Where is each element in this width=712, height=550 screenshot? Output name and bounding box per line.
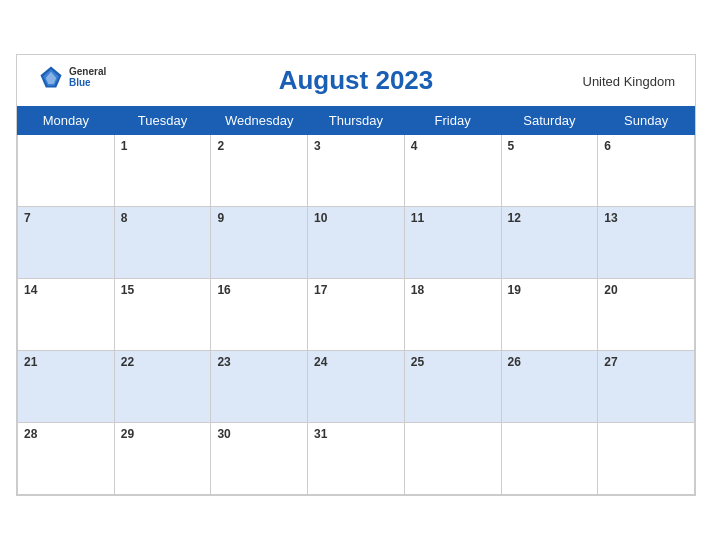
day-number-7: 7 (24, 211, 31, 225)
calendar-cell-r4-c6: 26 (501, 351, 598, 423)
calendar-cell-r4-c2: 22 (114, 351, 211, 423)
calendar-cell-r5-c5 (404, 423, 501, 495)
calendar-cell-r4-c4: 24 (308, 351, 405, 423)
day-number-6: 6 (604, 139, 611, 153)
logo-blue-text: Blue (69, 77, 106, 88)
day-number-23: 23 (217, 355, 230, 369)
day-number-16: 16 (217, 283, 230, 297)
calendar-cell-r5-c1: 28 (18, 423, 115, 495)
day-number-30: 30 (217, 427, 230, 441)
calendar-cell-r3-c4: 17 (308, 279, 405, 351)
calendar-cell-r1-c3: 2 (211, 135, 308, 207)
day-number-9: 9 (217, 211, 224, 225)
header-sunday: Sunday (598, 107, 695, 135)
calendar-cell-r1-c1 (18, 135, 115, 207)
calendar-cell-r4-c5: 25 (404, 351, 501, 423)
day-number-29: 29 (121, 427, 134, 441)
day-number-26: 26 (508, 355, 521, 369)
calendar-row-5: 28293031 (18, 423, 695, 495)
calendar-cell-r2-c7: 13 (598, 207, 695, 279)
calendar-cell-r5-c6 (501, 423, 598, 495)
calendar-container: General Blue August 2023 United Kingdom … (16, 54, 696, 496)
calendar-header: General Blue August 2023 United Kingdom (17, 55, 695, 106)
day-number-4: 4 (411, 139, 418, 153)
calendar-cell-r1-c4: 3 (308, 135, 405, 207)
calendar-cell-r3-c3: 16 (211, 279, 308, 351)
calendar-cell-r3-c5: 18 (404, 279, 501, 351)
calendar-row-3: 14151617181920 (18, 279, 695, 351)
logo-general-text: General (69, 66, 106, 77)
day-number-10: 10 (314, 211, 327, 225)
day-number-27: 27 (604, 355, 617, 369)
logo-text: General Blue (69, 66, 106, 88)
logo-icon (37, 63, 65, 91)
header-saturday: Saturday (501, 107, 598, 135)
calendar-title: August 2023 (279, 65, 434, 96)
day-number-25: 25 (411, 355, 424, 369)
header-tuesday: Tuesday (114, 107, 211, 135)
calendar-cell-r2-c1: 7 (18, 207, 115, 279)
calendar-row-2: 78910111213 (18, 207, 695, 279)
region-label: United Kingdom (583, 73, 676, 88)
calendar-cell-r1-c5: 4 (404, 135, 501, 207)
day-number-14: 14 (24, 283, 37, 297)
calendar-table: Monday Tuesday Wednesday Thursday Friday… (17, 106, 695, 495)
header-thursday: Thursday (308, 107, 405, 135)
calendar-cell-r4-c7: 27 (598, 351, 695, 423)
day-number-21: 21 (24, 355, 37, 369)
calendar-cell-r3-c1: 14 (18, 279, 115, 351)
calendar-cell-r5-c7 (598, 423, 695, 495)
day-number-2: 2 (217, 139, 224, 153)
day-number-3: 3 (314, 139, 321, 153)
day-number-19: 19 (508, 283, 521, 297)
day-number-17: 17 (314, 283, 327, 297)
calendar-cell-r2-c2: 8 (114, 207, 211, 279)
calendar-cell-r1-c6: 5 (501, 135, 598, 207)
day-number-11: 11 (411, 211, 424, 225)
calendar-cell-r5-c4: 31 (308, 423, 405, 495)
day-number-20: 20 (604, 283, 617, 297)
day-number-13: 13 (604, 211, 617, 225)
logo-area: General Blue (37, 63, 106, 91)
calendar-cell-r3-c2: 15 (114, 279, 211, 351)
calendar-cell-r3-c6: 19 (501, 279, 598, 351)
day-number-22: 22 (121, 355, 134, 369)
calendar-cell-r2-c4: 10 (308, 207, 405, 279)
day-number-18: 18 (411, 283, 424, 297)
calendar-row-4: 21222324252627 (18, 351, 695, 423)
day-number-5: 5 (508, 139, 515, 153)
day-number-28: 28 (24, 427, 37, 441)
day-number-12: 12 (508, 211, 521, 225)
calendar-cell-r3-c7: 20 (598, 279, 695, 351)
calendar-cell-r4-c1: 21 (18, 351, 115, 423)
header-friday: Friday (404, 107, 501, 135)
calendar-cell-r2-c6: 12 (501, 207, 598, 279)
calendar-cell-r4-c3: 23 (211, 351, 308, 423)
calendar-cell-r2-c5: 11 (404, 207, 501, 279)
calendar-cell-r5-c3: 30 (211, 423, 308, 495)
header-wednesday: Wednesday (211, 107, 308, 135)
day-number-1: 1 (121, 139, 128, 153)
day-number-24: 24 (314, 355, 327, 369)
calendar-cell-r1-c2: 1 (114, 135, 211, 207)
calendar-cell-r5-c2: 29 (114, 423, 211, 495)
day-number-31: 31 (314, 427, 327, 441)
calendar-row-1: 123456 (18, 135, 695, 207)
weekday-header-row: Monday Tuesday Wednesday Thursday Friday… (18, 107, 695, 135)
calendar-cell-r2-c3: 9 (211, 207, 308, 279)
day-number-15: 15 (121, 283, 134, 297)
calendar-cell-r1-c7: 6 (598, 135, 695, 207)
header-monday: Monday (18, 107, 115, 135)
day-number-8: 8 (121, 211, 128, 225)
